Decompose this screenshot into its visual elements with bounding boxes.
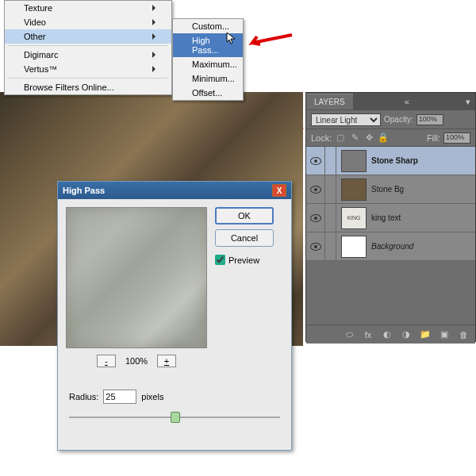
menu-separator [8, 78, 168, 79]
menu-label: Video [24, 17, 46, 27]
lock-all-icon[interactable]: 🔒 [378, 132, 389, 144]
layers-panel: LAYERS « ▾ Linear Light Opacity: 100% Lo… [305, 92, 476, 342]
preview-checkbox[interactable]: Preview [215, 255, 274, 265]
layer-row[interactable]: Stone Sharp [306, 147, 475, 175]
zoom-out-button[interactable]: - [97, 355, 116, 367]
zoom-level: 100% [125, 356, 148, 366]
lock-move-icon[interactable]: ✥ [363, 132, 374, 144]
fx-icon[interactable]: fx [363, 329, 374, 340]
radius-label: Radius: [69, 392, 98, 401]
slider-thumb[interactable] [171, 412, 180, 423]
new-layer-icon[interactable]: ▣ [439, 329, 450, 340]
radius-input[interactable] [103, 390, 136, 404]
submenu-offset[interactable]: Offset... [173, 86, 243, 100]
group-icon[interactable]: 📁 [420, 329, 431, 340]
menu-video[interactable]: Video [5, 15, 171, 29]
eye-icon [310, 243, 321, 251]
menu-label: Texture [24, 3, 52, 13]
eye-icon [310, 214, 321, 222]
opacity-label: Opacity: [384, 115, 413, 124]
other-submenu: Custom... High Pass... Maximum... Minimu… [172, 18, 244, 101]
chevron-right-icon [152, 5, 155, 11]
menu-label: Other [24, 32, 46, 41]
layer-thumbnail[interactable] [341, 178, 367, 201]
preview-checkbox-input[interactable] [215, 255, 225, 265]
lock-transparent-icon[interactable]: ▢ [335, 132, 346, 144]
chevron-right-icon [152, 33, 155, 40]
close-button[interactable]: X [272, 184, 286, 197]
lock-label: Lock: [311, 133, 332, 143]
link-layers-icon[interactable]: ⬭ [344, 329, 355, 340]
panel-menu-icon[interactable]: ▾ [461, 97, 475, 107]
eye-icon [310, 157, 321, 165]
link-column [325, 204, 336, 232]
visibility-toggle[interactable] [306, 232, 325, 261]
cancel-button[interactable]: Cancel [215, 229, 274, 247]
fill-label: Fill: [427, 133, 440, 143]
visibility-toggle[interactable] [306, 204, 325, 232]
annotation-arrow [246, 32, 294, 48]
dialog-title-text: High Pass [63, 186, 105, 195]
layer-row[interactable]: Stone Bg [306, 175, 475, 204]
menu-digimarc[interactable]: Digimarc [5, 48, 171, 62]
visibility-toggle[interactable] [306, 175, 325, 204]
cursor-icon [226, 32, 237, 46]
layers-tab[interactable]: LAYERS [306, 94, 353, 109]
panel-collapse-icon[interactable]: « [400, 97, 414, 106]
fill-value[interactable]: 100% [443, 132, 470, 144]
adjustment-icon[interactable]: ◑ [401, 329, 412, 340]
link-column [325, 175, 336, 204]
mask-icon[interactable]: ◐ [382, 329, 393, 340]
menu-label: Vertus™ [24, 64, 57, 74]
dialog-titlebar[interactable]: High Pass X [58, 182, 291, 199]
opacity-value[interactable]: 100% [416, 114, 443, 125]
panel-empty-area [306, 261, 475, 324]
menu-vertus[interactable]: Vertus™ [5, 62, 171, 76]
filter-menu: Texture Video Other Digimarc Vertus™ Bro… [4, 0, 172, 95]
trash-icon[interactable]: 🗑 [458, 329, 469, 340]
layer-name[interactable]: Background [371, 242, 413, 251]
link-column [325, 147, 336, 175]
menu-browse-online[interactable]: Browse Filters Online... [5, 80, 171, 94]
layer-row[interactable]: KING king text [306, 204, 475, 232]
layer-row[interactable]: Background [306, 232, 475, 261]
submenu-minimum[interactable]: Minimum... [173, 71, 243, 86]
layer-name[interactable]: Stone Sharp [371, 156, 418, 165]
link-column [325, 232, 336, 261]
menu-other[interactable]: Other [5, 29, 171, 44]
highpass-dialog: High Pass X - 100% + OK Cancel Preview R… [57, 181, 292, 451]
menu-texture[interactable]: Texture [5, 1, 171, 15]
chevron-right-icon [152, 66, 155, 72]
preview-image[interactable] [66, 207, 207, 348]
menu-label: Digimarc [24, 50, 58, 60]
menu-separator [8, 45, 168, 46]
chevron-right-icon [152, 52, 155, 58]
layer-thumbnail[interactable]: KING [341, 207, 367, 229]
chevron-right-icon [152, 19, 155, 25]
layer-thumbnail[interactable] [341, 236, 367, 258]
layer-list: Stone Sharp Stone Bg KING king text Back… [306, 147, 475, 261]
layer-name[interactable]: king text [371, 213, 401, 222]
blend-mode-select[interactable]: Linear Light [311, 113, 381, 126]
eye-icon [310, 186, 321, 194]
visibility-toggle[interactable] [306, 147, 325, 175]
layer-name[interactable]: Stone Bg [371, 185, 404, 194]
submenu-maximum[interactable]: Maximum... [173, 57, 243, 71]
preview-label: Preview [228, 255, 259, 265]
zoom-in-button[interactable]: + [157, 355, 176, 367]
menu-label: Browse Filters Online... [24, 83, 114, 92]
pixels-label: pixels [141, 392, 163, 401]
radius-slider[interactable] [69, 410, 280, 426]
layer-thumbnail[interactable] [341, 150, 367, 172]
lock-brush-icon[interactable]: ✎ [349, 132, 360, 144]
ok-button[interactable]: OK [215, 207, 274, 225]
